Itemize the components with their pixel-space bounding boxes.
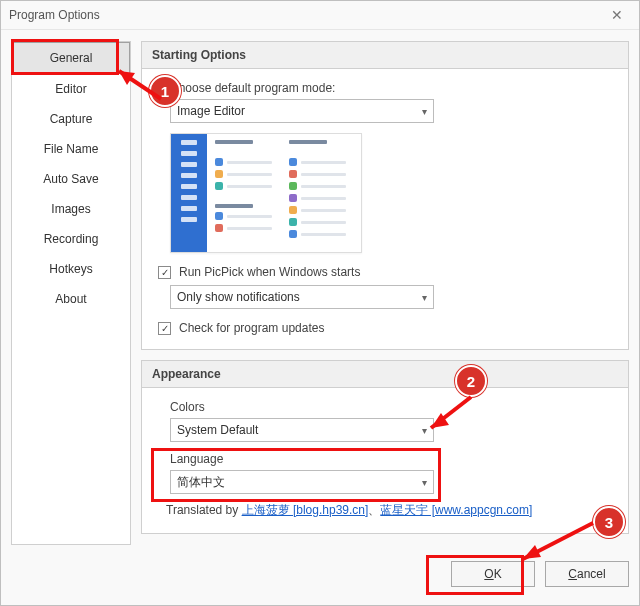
translator-link-2[interactable]: 蓝星天宇 [www.appcgn.com] (380, 503, 532, 517)
dialog-footer: OK Cancel (451, 561, 629, 587)
chevron-down-icon: ▾ (422, 292, 427, 303)
close-icon[interactable]: ✕ (603, 1, 631, 29)
sidebar-item-general[interactable]: General (12, 42, 130, 74)
window-title: Program Options (9, 1, 100, 29)
check-updates-label: Check for program updates (179, 321, 324, 335)
sidebar-item-about[interactable]: About (12, 284, 130, 314)
notification-mode-select[interactable]: Only show notifications ▾ (170, 285, 434, 309)
run-on-start-checkbox[interactable]: ✓ (158, 266, 171, 279)
language-label: Language (170, 452, 612, 466)
translator-link-1[interactable]: 上海菠萝 [blog.hp39.cn] (242, 503, 369, 517)
default-mode-value: Image Editor (177, 104, 245, 118)
starting-options-group: Starting Options Choose default program … (141, 41, 629, 350)
sidebar-item-recording[interactable]: Recording (12, 224, 130, 254)
language-select[interactable]: 简体中文 ▾ (170, 470, 434, 494)
language-value: 简体中文 (177, 474, 225, 491)
ok-button[interactable]: OK (451, 561, 535, 587)
appearance-group: Appearance Colors System Default ▾ Langu… (141, 360, 629, 534)
sidebar-item-images[interactable]: Images (12, 194, 130, 224)
chevron-down-icon: ▾ (422, 106, 427, 117)
sidebar: General Editor Capture File Name Auto Sa… (11, 41, 131, 545)
check-updates-checkbox[interactable]: ✓ (158, 322, 171, 335)
cancel-button[interactable]: Cancel (545, 561, 629, 587)
chevron-down-icon: ▾ (422, 425, 427, 436)
run-on-start-label: Run PicPick when Windows starts (179, 265, 360, 279)
colors-label: Colors (170, 400, 612, 414)
colors-value: System Default (177, 423, 258, 437)
program-options-window: Program Options ✕ General Editor Capture… (0, 0, 640, 606)
chevron-down-icon: ▾ (422, 477, 427, 488)
sidebar-item-editor[interactable]: Editor (12, 74, 130, 104)
default-mode-label: Choose default program mode: (170, 81, 612, 95)
appearance-header: Appearance (142, 361, 628, 388)
colors-select[interactable]: System Default ▾ (170, 418, 434, 442)
sidebar-item-hotkeys[interactable]: Hotkeys (12, 254, 130, 284)
titlebar: Program Options ✕ (1, 1, 639, 30)
sidebar-item-file-name[interactable]: File Name (12, 134, 130, 164)
sidebar-item-auto-save[interactable]: Auto Save (12, 164, 130, 194)
starting-options-header: Starting Options (142, 42, 628, 69)
notification-mode-value: Only show notifications (177, 290, 300, 304)
translated-by: Translated by 上海菠萝 [blog.hp39.cn]、蓝星天宇 [… (158, 502, 612, 519)
content: Starting Options Choose default program … (141, 41, 629, 545)
sidebar-item-capture[interactable]: Capture (12, 104, 130, 134)
mode-preview-image (170, 133, 362, 253)
default-mode-select[interactable]: Image Editor ▾ (170, 99, 434, 123)
